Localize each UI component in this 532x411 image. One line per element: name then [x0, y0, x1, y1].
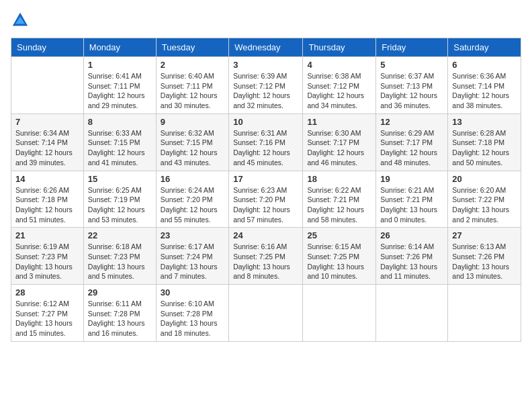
day-info: Sunrise: 6:29 AM Sunset: 7:17 PM Dayligh…: [380, 128, 443, 168]
day-info: Sunrise: 6:39 AM Sunset: 7:12 PM Dayligh…: [233, 71, 298, 111]
weekday-header: Tuesday: [156, 38, 228, 57]
calendar-cell: 21Sunrise: 6:19 AM Sunset: 7:23 PM Dayli…: [11, 228, 84, 285]
day-number: 26: [380, 230, 443, 240]
calendar-cell: 4Sunrise: 6:38 AM Sunset: 7:12 PM Daylig…: [303, 57, 376, 114]
day-info: Sunrise: 6:13 AM Sunset: 7:26 PM Dayligh…: [452, 242, 517, 281]
calendar-cell: 25Sunrise: 6:15 AM Sunset: 7:25 PM Dayli…: [303, 228, 376, 285]
calendar-cell: 5Sunrise: 6:37 AM Sunset: 7:13 PM Daylig…: [376, 57, 448, 114]
calendar-cell: 20Sunrise: 6:20 AM Sunset: 7:22 PM Dayli…: [448, 171, 521, 228]
day-number: 14: [15, 174, 79, 184]
calendar-cell: 30Sunrise: 6:10 AM Sunset: 7:28 PM Dayli…: [156, 285, 228, 342]
calendar-table: SundayMondayTuesdayWednesdayThursdayFrid…: [11, 38, 521, 342]
day-info: Sunrise: 6:14 AM Sunset: 7:26 PM Dayligh…: [380, 242, 443, 281]
calendar-week-row: 14Sunrise: 6:26 AM Sunset: 7:18 PM Dayli…: [11, 171, 521, 228]
weekday-header: Thursday: [303, 38, 376, 57]
day-number: 25: [307, 230, 371, 240]
day-info: Sunrise: 6:32 AM Sunset: 7:15 PM Dayligh…: [161, 128, 224, 168]
calendar-cell: [229, 285, 303, 342]
day-number: 3: [233, 60, 298, 70]
calendar-cell: 1Sunrise: 6:41 AM Sunset: 7:11 PM Daylig…: [83, 57, 156, 114]
calendar-header-row: SundayMondayTuesdayWednesdayThursdayFrid…: [11, 38, 521, 57]
calendar-cell: 15Sunrise: 6:25 AM Sunset: 7:19 PM Dayli…: [83, 171, 156, 228]
day-info: Sunrise: 6:17 AM Sunset: 7:24 PM Dayligh…: [161, 242, 224, 281]
day-number: 30: [161, 287, 224, 298]
page-header: [11, 11, 521, 30]
calendar-cell: 12Sunrise: 6:29 AM Sunset: 7:17 PM Dayli…: [376, 113, 448, 171]
day-info: Sunrise: 6:16 AM Sunset: 7:25 PM Dayligh…: [233, 242, 298, 281]
weekday-header: Saturday: [448, 38, 521, 57]
calendar-week-row: 1Sunrise: 6:41 AM Sunset: 7:11 PM Daylig…: [11, 57, 521, 114]
day-info: Sunrise: 6:34 AM Sunset: 7:14 PM Dayligh…: [15, 128, 79, 168]
calendar-cell: 10Sunrise: 6:31 AM Sunset: 7:16 PM Dayli…: [229, 113, 303, 171]
day-info: Sunrise: 6:12 AM Sunset: 7:27 PM Dayligh…: [15, 299, 79, 338]
weekday-header: Wednesday: [229, 38, 303, 57]
day-info: Sunrise: 6:30 AM Sunset: 7:17 PM Dayligh…: [307, 128, 371, 168]
calendar-cell: 13Sunrise: 6:28 AM Sunset: 7:18 PM Dayli…: [448, 113, 521, 171]
day-number: 12: [380, 117, 443, 127]
day-info: Sunrise: 6:28 AM Sunset: 7:18 PM Dayligh…: [452, 128, 517, 168]
day-number: 24: [233, 230, 298, 240]
day-info: Sunrise: 6:10 AM Sunset: 7:28 PM Dayligh…: [161, 299, 224, 338]
calendar-week-row: 21Sunrise: 6:19 AM Sunset: 7:23 PM Dayli…: [11, 228, 521, 285]
calendar-cell: 24Sunrise: 6:16 AM Sunset: 7:25 PM Dayli…: [229, 228, 303, 285]
weekday-header: Monday: [83, 38, 156, 57]
day-number: 20: [452, 174, 517, 184]
day-info: Sunrise: 6:18 AM Sunset: 7:23 PM Dayligh…: [88, 242, 152, 281]
day-info: Sunrise: 6:23 AM Sunset: 7:20 PM Dayligh…: [233, 185, 298, 225]
day-info: Sunrise: 6:36 AM Sunset: 7:14 PM Dayligh…: [452, 71, 517, 111]
day-number: 18: [307, 174, 371, 184]
day-info: Sunrise: 6:20 AM Sunset: 7:22 PM Dayligh…: [452, 185, 517, 225]
calendar-cell: 14Sunrise: 6:26 AM Sunset: 7:18 PM Dayli…: [11, 171, 84, 228]
day-info: Sunrise: 6:11 AM Sunset: 7:28 PM Dayligh…: [88, 299, 152, 338]
calendar-cell: 17Sunrise: 6:23 AM Sunset: 7:20 PM Dayli…: [229, 171, 303, 228]
day-info: Sunrise: 6:33 AM Sunset: 7:15 PM Dayligh…: [88, 128, 152, 168]
day-info: Sunrise: 6:38 AM Sunset: 7:12 PM Dayligh…: [307, 71, 371, 111]
calendar-cell: 11Sunrise: 6:30 AM Sunset: 7:17 PM Dayli…: [303, 113, 376, 171]
calendar-body: 1Sunrise: 6:41 AM Sunset: 7:11 PM Daylig…: [11, 57, 521, 342]
day-info: Sunrise: 6:37 AM Sunset: 7:13 PM Dayligh…: [380, 71, 443, 111]
day-info: Sunrise: 6:21 AM Sunset: 7:21 PM Dayligh…: [380, 185, 443, 225]
weekday-header: Friday: [376, 38, 448, 57]
calendar-cell: [376, 285, 448, 342]
day-info: Sunrise: 6:31 AM Sunset: 7:16 PM Dayligh…: [233, 128, 298, 168]
calendar-cell: 29Sunrise: 6:11 AM Sunset: 7:28 PM Dayli…: [83, 285, 156, 342]
day-number: 5: [380, 60, 443, 70]
calendar-cell: [11, 57, 84, 114]
day-info: Sunrise: 6:19 AM Sunset: 7:23 PM Dayligh…: [15, 242, 79, 281]
day-number: 11: [307, 117, 371, 127]
day-number: 28: [15, 287, 79, 298]
calendar-cell: [448, 285, 521, 342]
day-number: 21: [15, 230, 79, 240]
day-info: Sunrise: 6:24 AM Sunset: 7:20 PM Dayligh…: [161, 185, 224, 225]
calendar-cell: 3Sunrise: 6:39 AM Sunset: 7:12 PM Daylig…: [229, 57, 303, 114]
day-info: Sunrise: 6:41 AM Sunset: 7:11 PM Dayligh…: [88, 71, 152, 111]
calendar-cell: 18Sunrise: 6:22 AM Sunset: 7:21 PM Dayli…: [303, 171, 376, 228]
calendar-cell: 16Sunrise: 6:24 AM Sunset: 7:20 PM Dayli…: [156, 171, 228, 228]
day-number: 2: [161, 60, 224, 70]
calendar-cell: 6Sunrise: 6:36 AM Sunset: 7:14 PM Daylig…: [448, 57, 521, 114]
day-number: 10: [233, 117, 298, 127]
calendar-cell: 27Sunrise: 6:13 AM Sunset: 7:26 PM Dayli…: [448, 228, 521, 285]
day-number: 9: [161, 117, 224, 127]
day-number: 15: [88, 174, 152, 184]
calendar-cell: 22Sunrise: 6:18 AM Sunset: 7:23 PM Dayli…: [83, 228, 156, 285]
calendar-cell: 26Sunrise: 6:14 AM Sunset: 7:26 PM Dayli…: [376, 228, 448, 285]
day-number: 16: [161, 174, 224, 184]
day-number: 7: [15, 117, 79, 127]
calendar-week-row: 28Sunrise: 6:12 AM Sunset: 7:27 PM Dayli…: [11, 285, 521, 342]
day-number: 27: [452, 230, 517, 240]
day-number: 4: [307, 60, 371, 70]
calendar-cell: 19Sunrise: 6:21 AM Sunset: 7:21 PM Dayli…: [376, 171, 448, 228]
day-info: Sunrise: 6:40 AM Sunset: 7:11 PM Dayligh…: [161, 71, 224, 111]
logo-icon: [11, 11, 30, 30]
day-info: Sunrise: 6:22 AM Sunset: 7:21 PM Dayligh…: [307, 185, 371, 225]
logo: [11, 11, 32, 30]
day-number: 6: [452, 60, 517, 70]
day-number: 1: [88, 60, 152, 70]
day-number: 29: [88, 287, 152, 298]
day-info: Sunrise: 6:26 AM Sunset: 7:18 PM Dayligh…: [15, 185, 79, 225]
day-number: 13: [452, 117, 517, 127]
day-number: 19: [380, 174, 443, 184]
calendar-cell: 8Sunrise: 6:33 AM Sunset: 7:15 PM Daylig…: [83, 113, 156, 171]
weekday-header: Sunday: [11, 38, 84, 57]
